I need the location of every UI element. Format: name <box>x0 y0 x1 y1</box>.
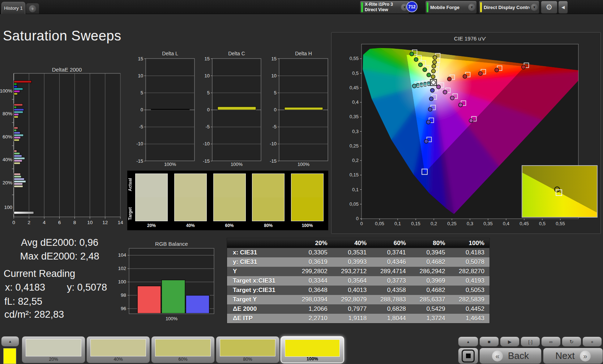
svg-text:Delta H: Delta H <box>295 51 312 56</box>
table-row: x: CIE310,33050,35310,37410,39450,4183 <box>227 248 489 257</box>
svg-text:15: 15 <box>271 56 277 61</box>
pattern-level-button-60%[interactable]: 60% <box>151 336 215 363</box>
meter-status-bar <box>361 2 363 12</box>
scroll-up-right-button[interactable]: ▲ <box>458 337 478 347</box>
record-button[interactable]: ● <box>582 337 602 347</box>
pattern-level-button-40%[interactable]: 40% <box>86 336 150 363</box>
record-icon: ● <box>591 339 594 344</box>
chevron-left-icon: ◀ <box>561 5 565 10</box>
scroll-up-left-button[interactable]: ▲ <box>1 336 19 347</box>
meter-count-badge[interactable]: 712 <box>406 1 418 12</box>
svg-text:DeltaE 2000: DeltaE 2000 <box>52 67 82 73</box>
svg-text:-10: -10 <box>136 141 143 146</box>
cie-diagram-panel <box>331 32 601 234</box>
svg-text:20%: 20% <box>3 180 12 185</box>
svg-text:80%: 80% <box>3 111 12 116</box>
plus-icon: + <box>29 5 36 12</box>
pattern-swatch <box>155 339 211 356</box>
column-header: 40% <box>333 240 372 247</box>
source-status-bar <box>427 2 428 12</box>
stop-icon: ■ <box>488 339 491 344</box>
refresh-button[interactable]: ↻ <box>562 337 581 347</box>
play-button[interactable]: ▶ <box>500 337 519 347</box>
patch-swatch-80% <box>252 174 285 221</box>
svg-text:5: 5 <box>274 90 277 95</box>
tab-history-1[interactable]: History 1 <box>1 2 25 14</box>
play-icon: ▶ <box>508 339 512 344</box>
avg-de2000-stat: Avg dE2000: 0,96 <box>0 237 119 248</box>
svg-text:10: 10 <box>138 73 143 78</box>
table-header-row: 20%40%60%80%100% <box>227 238 489 248</box>
svg-text:RGB Balance: RGB Balance <box>155 241 188 247</box>
table-row: y: CIE310,36190,39930,43460,46820,5078 <box>227 257 489 267</box>
chevrons-right-icon: » <box>580 351 591 361</box>
source-selector[interactable]: Mobile Forge ▼ <box>425 1 477 14</box>
target-row-label: Target <box>128 202 133 225</box>
patch-swatch-label: 60% <box>213 223 246 228</box>
back-button[interactable]: « Back <box>479 348 542 364</box>
svg-text:100%: 100% <box>0 88 12 94</box>
svg-text:100: 100 <box>118 279 126 284</box>
svg-text:100%: 100% <box>164 162 176 167</box>
gear-icon: ⚙ <box>546 3 553 12</box>
column-header: 60% <box>372 240 411 247</box>
pattern-window-button[interactable]: [·] <box>521 337 540 347</box>
svg-text:10: 10 <box>205 73 210 78</box>
refresh-icon: ↻ <box>570 339 574 344</box>
patch-swatch-label: 20% <box>135 223 168 228</box>
svg-text:10: 10 <box>87 220 93 225</box>
pattern-swatch <box>90 339 146 356</box>
reading-y: y: 0,5078 <box>67 282 107 293</box>
pattern-level-button-20%[interactable]: 20% <box>22 336 85 363</box>
svg-text:0: 0 <box>274 107 277 112</box>
pattern-level-label: 20% <box>22 357 85 362</box>
svg-text:-5: -5 <box>139 124 143 129</box>
svg-text:100: 100 <box>4 205 12 210</box>
column-header: 100% <box>450 240 489 247</box>
stop-button[interactable]: ■ <box>479 337 499 347</box>
stop-square-icon <box>462 350 475 363</box>
svg-text:10: 10 <box>271 73 277 78</box>
column-header: 80% <box>411 240 450 247</box>
top-bar: History 1 + X-Rite i1Pro 3Direct View ▼ … <box>0 0 603 14</box>
collapse-panel-button[interactable]: ◀ <box>558 1 568 14</box>
measurement-table: 20%40%60%80%100%x: CIE310,33050,35310,37… <box>227 238 490 324</box>
svg-text:5: 5 <box>141 90 143 95</box>
current-patch-preview <box>3 348 16 364</box>
pattern-level-button-100%[interactable]: 100% <box>281 336 344 363</box>
svg-text:-5: -5 <box>272 124 277 129</box>
svg-text:Delta L: Delta L <box>162 51 178 56</box>
meter-selector[interactable]: X-Rite i1Pro 3Direct View ▼ <box>360 1 410 14</box>
actual-target-swatch-strip: Actual Target 20%40%60%80%100% <box>127 171 328 230</box>
loop-infinite-icon: ∞ <box>549 339 552 344</box>
svg-text:12: 12 <box>102 220 108 225</box>
patch-swatch-label: 100% <box>291 223 324 228</box>
display-control-selector[interactable]: Direct Display Control ▼ <box>479 1 539 14</box>
svg-text:-10: -10 <box>270 141 277 146</box>
loop-infinite-button[interactable]: ∞ <box>541 337 561 347</box>
patch-swatch-100% <box>291 174 324 221</box>
pattern-swatch <box>220 339 275 356</box>
table-row: ΔE ITP2,27101,91181,80441,37241,4643 <box>227 314 489 323</box>
next-button[interactable]: Next » <box>543 348 603 364</box>
patch-swatch-20% <box>135 174 168 221</box>
svg-text:96: 96 <box>121 306 126 311</box>
svg-text:15: 15 <box>138 56 143 61</box>
arrow-up-icon: ▲ <box>466 340 470 344</box>
add-tab-button[interactable]: + <box>26 3 39 14</box>
table-row: Target Y298,0394292,8079288,7883285,6337… <box>227 295 489 304</box>
patch-swatch-40% <box>174 174 207 221</box>
current-reading-title: Current Reading <box>4 268 75 279</box>
svg-text:0: 0 <box>12 220 15 225</box>
svg-text:8: 8 <box>73 220 76 225</box>
pattern-level-label: 100% <box>281 356 343 361</box>
settings-button[interactable]: ⚙ <box>541 1 557 14</box>
table-row: Y299,2802293,2712289,4714286,2942282,827… <box>227 267 489 276</box>
stop-measurement-button[interactable] <box>458 348 478 364</box>
column-header: 20% <box>293 240 333 247</box>
pattern-level-button-80%[interactable]: 80% <box>216 336 279 363</box>
svg-text:100%: 100% <box>231 162 243 167</box>
svg-text:100%: 100% <box>298 162 310 167</box>
chevron-down-icon: ▼ <box>531 4 538 11</box>
chevrons-left-icon: « <box>492 351 503 361</box>
